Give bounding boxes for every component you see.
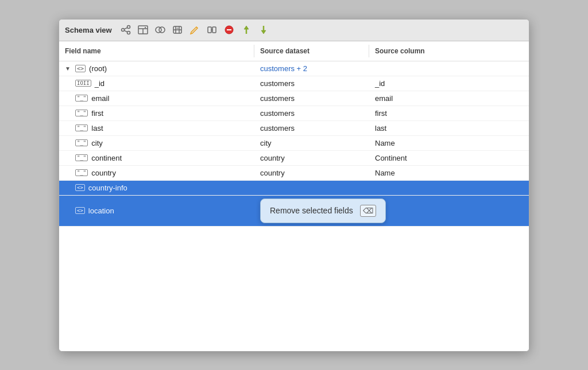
remove-icon[interactable] — [223, 24, 235, 36]
number-icon: IOII — [75, 80, 91, 87]
source-column-cell — [369, 196, 529, 226]
field-name-value: continent — [91, 154, 122, 162]
svg-line-4 — [124, 30, 127, 32]
source-dataset-value: customers — [260, 124, 295, 133]
table-body: ▼ <> (root) customers + 2 IOII _id custo… — [59, 61, 529, 227]
field-name-value: _id — [95, 79, 105, 88]
svg-point-2 — [127, 32, 130, 34]
remove-fields-tooltip: Remove selected fields ⌫ — [260, 198, 386, 223]
source-dataset-value: country — [260, 154, 285, 162]
field-name-cell: IOII _id — [59, 76, 254, 91]
object-icon: <> — [75, 184, 85, 191]
field-name-value: country — [91, 169, 116, 177]
source-column-cell: Name — [369, 136, 529, 150]
header-source-dataset: Source dataset — [254, 45, 369, 57]
svg-rect-17 — [208, 27, 211, 33]
source-column-value: Name — [375, 169, 395, 177]
field-name-value: country-info — [88, 184, 127, 192]
source-dataset-cell: city — [254, 136, 369, 150]
source-dataset-value: city — [260, 139, 272, 147]
svg-text:+: + — [176, 26, 179, 31]
move-down-icon[interactable] — [258, 24, 269, 36]
field-name-cell: <> country-info — [59, 181, 254, 195]
string-icon: "_" — [75, 124, 88, 131]
svg-point-11 — [159, 27, 165, 33]
transform-icon[interactable] — [206, 24, 218, 36]
field-name-value: location — [88, 207, 114, 215]
field-name-value: (root) — [89, 64, 107, 73]
source-column-value: _id — [375, 79, 385, 88]
string-icon: "_" — [75, 154, 88, 161]
table-row[interactable]: "_" last customers last — [59, 121, 529, 136]
source-dataset-cell — [254, 181, 369, 195]
source-dataset-cell: customers — [254, 121, 369, 135]
table-row-selected[interactable]: <> country-info — [59, 181, 529, 196]
table-row[interactable]: ▼ <> (root) customers + 2 — [59, 61, 529, 76]
header-field-name: Field name — [59, 45, 254, 57]
schema-view-window: Schema view — [59, 19, 529, 352]
source-column-cell: Name — [369, 166, 529, 180]
source-dataset-cell: Remove selected fields ⌫ — [254, 196, 369, 226]
field-name-cell: "_" first — [59, 106, 254, 120]
source-column-value: Continent — [375, 154, 407, 162]
source-column-value: first — [375, 109, 387, 118]
string-icon: "_" — [75, 110, 88, 116]
graph-icon[interactable] — [120, 24, 131, 36]
field-name-value: last — [91, 124, 103, 133]
field-name-cell: "_" email — [59, 91, 254, 106]
string-icon: "_" — [75, 95, 88, 102]
source-dataset-cell: customers + 2 — [254, 61, 369, 76]
source-column-cell: first — [369, 106, 529, 120]
titlebar: Schema view — [59, 20, 529, 41]
add-join-icon[interactable] — [154, 24, 166, 36]
add-object-icon[interactable]: + — [172, 24, 183, 36]
add-table-icon[interactable] — [137, 24, 149, 36]
chevron-down-icon: ▼ — [65, 65, 71, 72]
source-column-value: email — [375, 94, 393, 103]
source-dataset-link: customers + 2 — [260, 64, 307, 73]
string-icon: "_" — [75, 139, 88, 146]
header-source-column: Source column — [369, 45, 529, 57]
source-dataset-cell: customers — [254, 76, 369, 91]
field-name-cell: "_" country — [59, 166, 254, 180]
schema-table: Field name Source dataset Source column … — [59, 41, 529, 351]
table-row[interactable]: "_" first customers first — [59, 106, 529, 121]
field-name-cell: "_" city — [59, 136, 254, 150]
field-name-value: email — [91, 94, 109, 103]
svg-point-1 — [127, 26, 130, 29]
string-icon: "_" — [75, 169, 88, 176]
field-name-cell: ▼ <> (root) — [59, 61, 254, 76]
source-dataset-cell: country — [254, 166, 369, 180]
source-dataset-value: country — [260, 169, 285, 177]
tooltip-close-button[interactable]: ⌫ — [360, 205, 376, 217]
edit-icon[interactable] — [189, 24, 200, 36]
source-column-value: Name — [375, 139, 395, 147]
svg-line-3 — [124, 28, 127, 29]
field-name-cell: "_" last — [59, 121, 254, 135]
source-column-value: last — [375, 124, 386, 133]
field-name-value: city — [91, 139, 103, 147]
source-column-cell: email — [369, 91, 529, 106]
table-row[interactable]: "_" city city Name — [59, 136, 529, 151]
table-row-selected[interactable]: <> location Remove selected fields ⌫ — [59, 196, 529, 227]
table-row[interactable]: "_" email customers email — [59, 91, 529, 106]
svg-point-0 — [121, 29, 124, 32]
source-dataset-cell: customers — [254, 106, 369, 120]
table-row[interactable]: "_" country country Name — [59, 166, 529, 181]
field-name-cell: "_" continent — [59, 151, 254, 165]
source-column-cell: last — [369, 121, 529, 135]
source-dataset-value: customers — [260, 94, 295, 103]
source-column-cell: _id — [369, 76, 529, 91]
tooltip-text: Remove selected fields — [270, 206, 353, 215]
object-icon: <> — [75, 207, 85, 214]
table-header: Field name Source dataset Source column — [59, 41, 529, 61]
source-dataset-value: customers — [260, 79, 295, 88]
table-row[interactable]: "_" continent country Continent — [59, 151, 529, 166]
svg-rect-18 — [212, 27, 216, 33]
table-row[interactable]: IOII _id customers _id — [59, 76, 529, 91]
window-title: Schema view — [65, 26, 112, 34]
source-column-cell — [369, 181, 529, 195]
source-column-cell — [369, 61, 529, 76]
source-dataset-cell: customers — [254, 91, 369, 106]
move-up-icon[interactable] — [241, 24, 252, 36]
